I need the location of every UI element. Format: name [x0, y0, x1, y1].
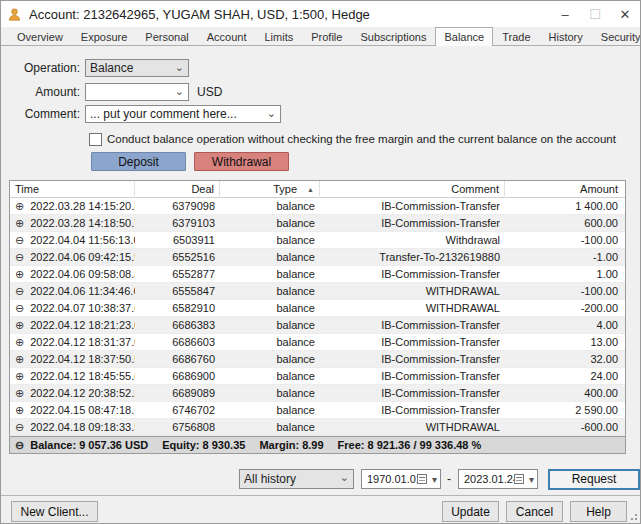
request-button[interactable]: Request [548, 469, 640, 490]
cell-amount: -100.00 [505, 283, 623, 300]
table-row[interactable]: ⊕2022.03.28 14:18:50.737 6379103 balance… [10, 215, 625, 232]
column-header-type[interactable]: Type ▲ [220, 181, 320, 198]
circle-plus-icon: ⊕ [15, 353, 24, 366]
column-header-comment[interactable]: Comment [320, 181, 505, 198]
tab-trade[interactable]: Trade [493, 27, 539, 45]
deposit-button[interactable]: Deposit [91, 152, 186, 171]
amount-input[interactable]: ⌄ [85, 83, 189, 101]
history-range-select[interactable]: All history ⌄ [239, 469, 354, 489]
comment-combobox[interactable]: ... put your comment here... ⌄ [85, 105, 281, 123]
balance-tab-content: Operation: Balance ⌄ Amount: ⌄ USD Comme… [1, 46, 640, 523]
table-row[interactable]: ⊕2022.04.12 18:37:50.584 6686760 balance… [10, 351, 625, 368]
sort-ascending-icon: ▲ [307, 186, 314, 193]
table-row[interactable]: ⊖2022.04.06 11:34:46.650 6555847 balance… [10, 283, 625, 300]
summary-balance: Balance: 9 057.36 USD [30, 439, 148, 451]
cell-comment: IB-Commission-Transfer [320, 402, 505, 419]
cell-time: 2022.04.06 11:34:46.650 [30, 285, 135, 297]
cell-type: balance [220, 232, 320, 249]
cell-time: 2022.04.18 09:18:33.589 [30, 421, 135, 433]
withdrawal-button[interactable]: Withdrawal [194, 152, 289, 171]
table-row[interactable]: ⊕2022.04.12 20:38:52.225 6689089 balance… [10, 385, 625, 402]
help-button[interactable]: Help [570, 501, 627, 522]
user-account-icon [7, 7, 22, 22]
skip-margin-check-label: Conduct balance operation without checki… [107, 133, 616, 145]
tab-subscriptions[interactable]: Subscriptions [351, 27, 435, 45]
cell-amount: 24.00 [505, 368, 623, 385]
chevron-down-icon: ⌄ [267, 107, 276, 120]
maximize-icon[interactable]: ☐ [580, 1, 610, 27]
summary-equity: Equity: 8 930.35 [162, 439, 245, 451]
chevron-down-icon: ▾ [526, 474, 537, 485]
cell-comment: IB-Commission-Transfer [320, 266, 505, 283]
cell-amount: -200.00 [505, 300, 623, 317]
circle-plus-icon: ⊕ [15, 217, 24, 230]
tab-account[interactable]: Account [198, 27, 256, 45]
tab-history[interactable]: History [540, 27, 592, 45]
table-row[interactable]: ⊕2022.04.12 18:31:37.034 6686603 balance… [10, 334, 625, 351]
tab-profile[interactable]: Profile [302, 27, 351, 45]
cell-time: 2022.04.12 18:37:50.584 [30, 353, 135, 365]
cell-deal: 6686383 [135, 317, 220, 334]
cell-time: 2022.04.12 18:45:55.663 [30, 370, 135, 382]
cancel-button[interactable]: Cancel [506, 501, 563, 522]
cell-deal: 6555847 [135, 283, 220, 300]
cell-time: 2022.04.07 10:38:37.676 [30, 302, 135, 314]
table-row[interactable]: ⊕2022.04.12 18:45:55.663 6686900 balance… [10, 368, 625, 385]
date-from-picker[interactable]: 1970.01.01 ▾ [361, 469, 441, 489]
date-to-value: 2023.01.24 [464, 473, 512, 485]
tab-overview[interactable]: Overview [8, 27, 72, 45]
circle-plus-icon: ⊕ [15, 404, 24, 417]
title-bar: Account: 2132642965, YUGAM SHAH, USD, 1:… [1, 1, 640, 27]
cell-deal: 6746702 [135, 402, 220, 419]
skip-margin-check-checkbox[interactable] [89, 133, 102, 146]
close-icon[interactable]: ✕ [610, 1, 640, 27]
tab-balance[interactable]: Balance [435, 27, 493, 46]
tab-limits[interactable]: Limits [256, 27, 303, 45]
cell-comment: IB-Commission-Transfer [320, 368, 505, 385]
cell-amount: 2 590.00 [505, 402, 623, 419]
new-client-button[interactable]: New Client... [11, 501, 98, 522]
currency-label: USD [197, 85, 222, 99]
table-row[interactable]: ⊖2022.04.06 09:42:15.972 6552516 balance… [10, 249, 625, 266]
minimize-icon[interactable]: – [550, 1, 580, 27]
cell-deal: 6686603 [135, 334, 220, 351]
cell-type: balance [220, 334, 320, 351]
cell-time: 2022.04.15 08:47:18.754 [30, 404, 135, 416]
tab-security[interactable]: Security [592, 27, 641, 45]
history-filter-row: All history ⌄ 1970.01.01 ▾ - 2023.01.24 … [239, 469, 640, 489]
cell-type: balance [220, 266, 320, 283]
circle-plus-icon: ⊕ [15, 370, 24, 383]
resize-grip[interactable] [628, 511, 638, 521]
operation-select[interactable]: Balance ⌄ [85, 59, 189, 77]
table-row[interactable]: ⊕2022.04.15 08:47:18.754 6746702 balance… [10, 402, 625, 419]
comment-value: ... put your comment here... [90, 107, 237, 121]
cell-comment: Transfer-To-2132619880 [320, 249, 505, 266]
date-to-picker[interactable]: 2023.01.24 ▾ [458, 469, 538, 489]
table-row[interactable]: ⊖2022.04.18 09:18:33.589 6756808 balance… [10, 419, 625, 436]
tab-bar: OverviewExposurePersonalAccountLimitsPro… [1, 27, 640, 46]
column-header-time[interactable]: Time [10, 181, 135, 198]
cell-type: balance [220, 215, 320, 232]
tab-personal[interactable]: Personal [136, 27, 197, 45]
column-header-amount[interactable]: Amount [505, 181, 623, 198]
table-row[interactable]: ⊖2022.04.04 11:56:13.074 6503911 balance… [10, 232, 625, 249]
cell-deal: 6686760 [135, 351, 220, 368]
cell-amount: 4.00 [505, 317, 623, 334]
column-header-deal[interactable]: Deal [135, 181, 220, 198]
table-row[interactable]: ⊕2022.04.12 18:21:23.090 6686383 balance… [10, 317, 625, 334]
cell-comment: WITHDRAWAL [320, 419, 505, 436]
table-row[interactable]: ⊖2022.04.07 10:38:37.676 6582910 balance… [10, 300, 625, 317]
cell-deal: 6379103 [135, 215, 220, 232]
chevron-down-icon: ⌄ [340, 471, 349, 484]
cell-amount: -1.00 [505, 249, 623, 266]
cell-amount: 600.00 [505, 215, 623, 232]
cell-time: 2022.03.28 14:18:50.737 [30, 217, 135, 229]
tab-exposure[interactable]: Exposure [72, 27, 136, 45]
table-row[interactable]: ⊕2022.03.28 14:15:20.209 6379098 balance… [10, 198, 625, 215]
circle-minus-icon: ⊖ [15, 285, 24, 298]
table-header: Time Deal Type ▲ Comment Amount [10, 181, 625, 198]
update-button[interactable]: Update [442, 501, 499, 522]
chevron-down-icon: ⌄ [175, 61, 184, 74]
cell-comment: IB-Commission-Transfer [320, 351, 505, 368]
table-row[interactable]: ⊕2022.04.06 09:58:08.311 6552877 balance… [10, 266, 625, 283]
